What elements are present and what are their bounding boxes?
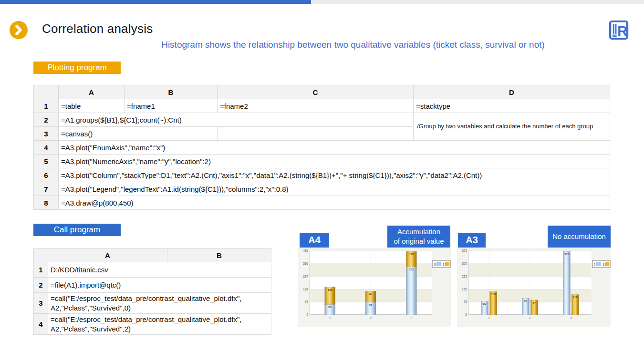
col-header-A: A xyxy=(48,248,167,262)
svg-text:495: 495 xyxy=(303,249,308,252)
svg-text:1: 1 xyxy=(602,263,604,266)
svg-text:198: 198 xyxy=(303,288,308,291)
row-number: 2 xyxy=(34,113,59,127)
table-row: 1 =table =fname1 =fname2 =stacktype xyxy=(34,99,610,113)
svg-text:150: 150 xyxy=(462,288,467,291)
cell-B1: =fname1 xyxy=(125,99,218,113)
cell-A4: =A3.plot("EnumAxis","name":"x") xyxy=(59,141,610,155)
cell2-A2: =file(A1).import@qtc() xyxy=(48,278,271,293)
svg-text:80: 80 xyxy=(328,306,332,309)
table-row: 5 =A3.plot("NumericAxis","name":"y","loc… xyxy=(34,155,610,168)
svg-text:97: 97 xyxy=(369,304,373,307)
table-row: 3 =call("E:/esproc_test/data_pre/contras… xyxy=(34,293,271,314)
row-number: 7 xyxy=(34,182,59,196)
chevron-circle-icon xyxy=(10,21,28,39)
svg-text:0: 0 xyxy=(465,313,467,316)
topbar-accent-light xyxy=(311,0,644,4)
table-row: 2 =file(A1).import@qtc() xyxy=(34,278,271,293)
table-row: 6 =A3.plot("Column","stackType":D1,"text… xyxy=(34,168,610,182)
call-program-badge[interactable]: Call program xyxy=(33,224,121,236)
svg-text:87: 87 xyxy=(533,301,536,304)
row-number: 8 xyxy=(34,196,59,210)
corner-cell xyxy=(34,248,48,262)
svg-text:97: 97 xyxy=(524,300,528,302)
col-header-D: D xyxy=(414,85,610,99)
chart-label-a4: A4 xyxy=(300,233,329,248)
cell2-A4: =call("E:/esproc_test/data_pre/contrast_… xyxy=(48,314,271,335)
svg-text:75: 75 xyxy=(464,300,467,303)
chart-caption-accumulation: Accumulation of original value xyxy=(387,226,450,248)
col-header-B: B xyxy=(125,85,218,99)
caption-line: No accumulation xyxy=(552,232,606,241)
cell-A1: =table xyxy=(59,99,125,113)
row-number: 6 xyxy=(34,168,59,182)
table-row: 4 =call("E:/esproc_test/data_pre/contras… xyxy=(34,314,271,335)
stacked-column-chart: 09919829739649512313680879711937201 xyxy=(298,248,451,327)
svg-text:2: 2 xyxy=(529,316,531,320)
svg-text:372: 372 xyxy=(409,268,414,271)
row-number: 1 xyxy=(34,262,48,278)
cell-A3: =canvas() xyxy=(59,127,218,141)
svg-text:3: 3 xyxy=(410,316,412,320)
svg-text:396: 396 xyxy=(303,262,308,265)
svg-text:372: 372 xyxy=(564,253,570,256)
svg-text:87: 87 xyxy=(369,292,373,295)
svg-text:0: 0 xyxy=(594,263,596,266)
grouped-column-chart: 07515022530037512380136978737211901 xyxy=(457,248,611,327)
cell-C1: =fname2 xyxy=(218,99,414,113)
call-program-table: A B 1 D:/KDD/titanic.csv 2 =file(A1).imp… xyxy=(33,248,271,335)
row-number: 4 xyxy=(34,141,59,155)
raqsoft-logo-icon: R xyxy=(609,20,629,40)
table-header-row: A B C D xyxy=(34,85,610,99)
chart-label-a3: A3 xyxy=(458,233,486,248)
cell-A7: =A3.plot("Legend","legendText":A1.id(str… xyxy=(59,182,610,196)
topbar-accent xyxy=(0,0,311,4)
plotting-program-badge[interactable]: Plotting program xyxy=(33,62,121,74)
svg-text:3: 3 xyxy=(570,316,572,320)
page-subtitle: Histogram shows the relationship between… xyxy=(134,40,572,50)
plotting-program-table: A B C D 1 =table =fname1 =fname2 =stackt… xyxy=(33,85,610,210)
row-number: 3 xyxy=(34,127,59,141)
page-title: Correlation analysis xyxy=(42,21,153,36)
svg-text:1: 1 xyxy=(329,316,331,320)
svg-text:0: 0 xyxy=(306,313,308,316)
svg-text:1: 1 xyxy=(488,316,490,320)
col-header-A: A xyxy=(59,85,125,99)
svg-text:119: 119 xyxy=(573,296,578,299)
row-number: 2 xyxy=(34,278,48,293)
row-number: 5 xyxy=(34,155,59,168)
row-number: 3 xyxy=(34,293,48,314)
svg-text:80: 80 xyxy=(483,302,487,305)
svg-text:375: 375 xyxy=(462,249,467,252)
col-header-C: C xyxy=(218,85,414,99)
table-row: 1 D:/KDD/titanic.csv xyxy=(34,262,271,278)
cell2-A1: D:/KDD/titanic.csv xyxy=(48,262,271,278)
caption-line: of original value xyxy=(394,237,444,246)
svg-text:136: 136 xyxy=(328,289,333,291)
cell-A5: =A3.plot("NumericAxis","name":"y","locat… xyxy=(59,155,610,168)
cell2-A3: =call("E:/esproc_test/data_pre/contrast_… xyxy=(48,293,271,314)
row-number: 4 xyxy=(34,314,48,335)
svg-text:300: 300 xyxy=(462,262,467,265)
table-header-row: A B xyxy=(34,248,271,262)
svg-text:225: 225 xyxy=(462,275,467,278)
table-row: 7 =A3.plot("Legend","legendText":A1.id(s… xyxy=(34,182,610,196)
col-header-B: B xyxy=(167,248,271,262)
cell-C3 xyxy=(218,127,414,141)
svg-text:0: 0 xyxy=(434,263,436,266)
svg-text:R: R xyxy=(617,23,628,39)
comment-D2: /Group by two variables and calculate th… xyxy=(414,113,610,141)
svg-text:99: 99 xyxy=(305,300,309,303)
svg-text:297: 297 xyxy=(303,275,308,278)
chart-caption-no-accumulation: No accumulation xyxy=(548,226,611,248)
svg-text:1: 1 xyxy=(443,263,445,266)
caption-line: Accumulation xyxy=(397,227,440,237)
table-row: 2 =A1.groups(${B1},${C1};count(~):Cnt) /… xyxy=(34,113,610,127)
svg-text:2: 2 xyxy=(370,316,372,320)
svg-text:136: 136 xyxy=(491,293,496,296)
cell-D1: =stacktype xyxy=(414,99,610,113)
table-row: 4 =A3.plot("EnumAxis","name":"x") xyxy=(34,141,610,155)
cell-A2: =A1.groups(${B1},${C1};count(~):Cnt) xyxy=(59,113,414,127)
cell-A6: =A3.plot("Column","stackType":D1,"text":… xyxy=(59,168,610,182)
table-row: 8 =A3.draw@p(800,450) xyxy=(34,196,610,210)
